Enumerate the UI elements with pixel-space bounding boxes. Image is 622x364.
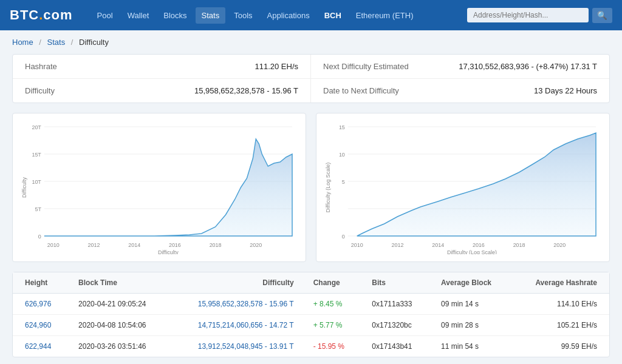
charts-row: 20T 15T 10T 5T 0 2010 2012 2014 2016 201… [12,113,610,262]
col-difficulty: Difficulty [169,272,303,294]
svg-text:20T: 20T [32,124,41,130]
search-input[interactable] [467,8,589,22]
cell-change: + 8.45 % [304,294,363,315]
svg-text:10T: 10T [32,179,41,185]
main-content: Hashrate 111.20 EH/s Next Difficulty Est… [0,54,622,364]
search-button[interactable]: 🔍 [592,8,612,23]
cell-avg-hashrate: 114.10 EH/s [512,294,609,315]
nav-tools[interactable]: Tools [228,7,258,24]
svg-text:2018: 2018 [513,242,525,248]
nav-pool[interactable]: Pool [91,7,119,24]
difficulty-value: 15,958,652,328,578 - 15.96 T [194,86,298,95]
table-header: Height Block Time Difficulty Change Bits… [13,272,609,294]
svg-text:Difficulty: Difficulty [158,249,179,254]
svg-text:Difficulty (Log Scale): Difficulty (Log Scale) [325,163,331,212]
col-bits: Bits [362,272,431,294]
svg-text:2016: 2016 [169,242,181,248]
logo[interactable]: BTC.com [10,7,73,23]
left-chart-area [44,139,292,236]
left-chart-card: 20T 15T 10T 5T 0 2010 2012 2014 2016 201… [12,113,306,262]
cell-avg-block: 09 min 28 s [431,315,512,336]
hashrate-value: 111.20 EH/s [255,62,298,71]
cell-difficulty: 14,715,214,060,656 - 14.72 T [169,315,303,336]
difficulty-label: Difficulty [25,86,55,95]
cell-block-time: 2020-04-08 10:54:06 [69,315,169,336]
table-row: 626,976 2020-04-21 09:05:24 15,958,652,3… [13,294,609,315]
next-diff-value: 17,310,552,683,936 - (+8.47%) 17.31 T [459,62,597,71]
col-avg-block: Average Block [431,272,512,294]
breadcrumb-home[interactable]: Home [12,38,33,47]
next-diff-label: Next Difficulty Estimated [323,62,409,71]
svg-text:15: 15 [339,124,345,130]
cell-height[interactable]: 622,944 [13,336,69,357]
cell-height[interactable]: 626,976 [13,294,69,315]
difficulty-table: Height Block Time Difficulty Change Bits… [12,272,610,357]
svg-text:0: 0 [38,234,41,240]
right-chart-svg: 15 10 5 0 2010 2012 2014 2016 2018 2020 … [324,121,602,254]
breadcrumb-stats[interactable]: Stats [47,38,66,47]
col-change: Change [304,272,363,294]
nav-applications[interactable]: Applications [261,7,316,24]
svg-text:2012: 2012 [392,242,404,248]
svg-text:5T: 5T [35,206,41,212]
svg-text:2020: 2020 [250,242,262,248]
stats-cards: Hashrate 111.20 EH/s Next Difficulty Est… [12,54,610,103]
left-chart-svg: 20T 15T 10T 5T 0 2010 2012 2014 2016 201… [20,121,298,254]
right-chart-card: 15 10 5 0 2010 2012 2014 2016 2018 2020 … [316,113,610,262]
svg-text:2016: 2016 [473,242,485,248]
cell-block-time: 2020-04-21 09:05:24 [69,294,169,315]
cell-change: + 5.77 % [304,315,363,336]
left-chart-container: 20T 15T 10T 5T 0 2010 2012 2014 2016 201… [20,121,298,254]
nav-ethereum[interactable]: Ethereum (ETH) [350,7,420,24]
breadcrumb-sep2: / [71,38,73,47]
cell-avg-hashrate: 105.21 EH/s [512,315,609,336]
svg-text:2014: 2014 [432,242,444,248]
table-row: 622,944 2020-03-26 03:51:46 13,912,524,0… [13,336,609,357]
nav-search-area: 🔍 [467,8,612,23]
col-block-time: Block Time [69,272,169,294]
cell-block-time: 2020-03-26 03:51:46 [69,336,169,357]
nav-wallet[interactable]: Wallet [121,7,156,24]
cell-difficulty: 13,912,524,048,945 - 13.91 T [169,336,303,357]
svg-text:10: 10 [339,152,345,158]
hashrate-label: Hashrate [25,62,57,71]
hashrate-card: Hashrate 111.20 EH/s [13,55,311,79]
nav-bch[interactable]: BCH [318,7,347,24]
cell-bits: 0x171320bc [362,315,431,336]
cell-height[interactable]: 624,960 [13,315,69,336]
next-diff-card: Next Difficulty Estimated 17,310,552,683… [311,55,609,79]
date-next-value: 13 Days 22 Hours [534,86,597,95]
svg-text:Difficulty (Log Scale): Difficulty (Log Scale) [447,249,497,254]
svg-text:2010: 2010 [351,242,363,248]
col-height: Height [13,272,69,294]
cell-difficulty: 15,958,652,328,578 - 15.96 T [169,294,303,315]
cell-avg-block: 09 min 14 s [431,294,512,315]
navbar: BTC.com Pool Wallet Blocks Stats Tools A… [0,0,622,30]
right-chart-area [357,133,596,236]
right-chart-container: 15 10 5 0 2010 2012 2014 2016 2018 2020 … [324,121,602,254]
svg-text:2012: 2012 [88,242,100,248]
difficulty-card: Difficulty 15,958,652,328,578 - 15.96 T [13,79,311,103]
date-next-label: Date to Next Difficulty [323,86,399,95]
nav-blocks[interactable]: Blocks [157,7,193,24]
table: Height Block Time Difficulty Change Bits… [13,272,609,357]
svg-text:15T: 15T [32,152,41,158]
svg-text:2020: 2020 [553,242,566,248]
cell-avg-hashrate: 99.59 EH/s [512,336,609,357]
table-row: 624,960 2020-04-08 10:54:06 14,715,214,0… [13,315,609,336]
breadcrumb-sep1: / [39,38,41,47]
cell-bits: 0x17143b41 [362,336,431,357]
cell-avg-block: 11 min 54 s [431,336,512,357]
table-body: 626,976 2020-04-21 09:05:24 15,958,652,3… [13,294,609,357]
nav-stats[interactable]: Stats [196,7,226,24]
breadcrumb: Home / Stats / Difficulty [0,30,622,54]
cell-bits: 0x1711a333 [362,294,431,315]
svg-text:2018: 2018 [210,242,222,248]
svg-text:5: 5 [342,179,345,185]
col-avg-hashrate: Average Hashrate [512,272,609,294]
svg-text:2010: 2010 [47,242,60,248]
cell-change: - 15.95 % [304,336,363,357]
svg-text:0: 0 [342,234,345,240]
svg-text:2014: 2014 [128,242,140,248]
svg-text:Difficulty: Difficulty [21,177,27,198]
